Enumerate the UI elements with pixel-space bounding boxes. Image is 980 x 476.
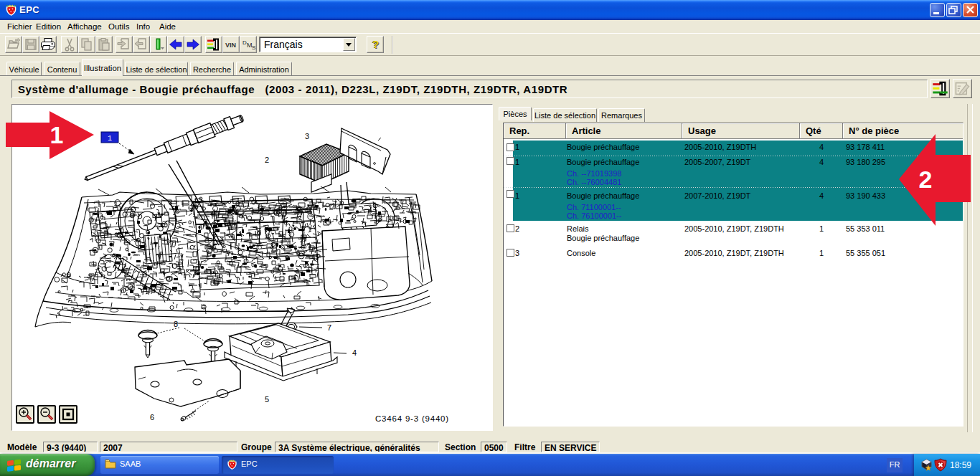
svg-text:1: 1 — [108, 135, 112, 143]
svg-text:2: 2 — [265, 156, 269, 164]
svg-text:3: 3 — [305, 132, 309, 141]
svg-text:6: 6 — [150, 413, 154, 422]
svg-text:5: 5 — [265, 395, 269, 404]
svg-text:4: 4 — [352, 348, 357, 357]
svg-text:8: 8 — [174, 320, 178, 328]
svg-text:C3464 9-3 (9440): C3464 9-3 (9440) — [375, 414, 449, 423]
svg-text:7: 7 — [327, 323, 331, 332]
